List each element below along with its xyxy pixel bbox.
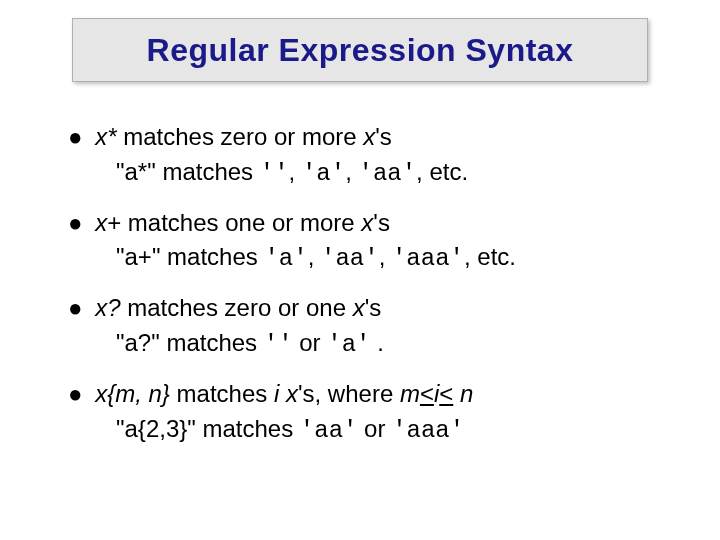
tail-text: 's: [375, 123, 392, 150]
bullet-item: ● x{m, n} matches i x's, where m<i< n "a…: [68, 377, 668, 449]
var-i: i: [274, 380, 286, 407]
matches-text: matches zero or one: [121, 294, 353, 321]
example-lead: "a*" matches: [116, 158, 260, 185]
code-literal: 'aaa': [392, 245, 464, 272]
bullet-line-1: ● x? matches zero or one x's: [68, 291, 668, 326]
operator: {m, n}: [107, 380, 170, 407]
bullet-icon: ●: [68, 380, 83, 407]
slide-title: Regular Expression Syntax: [147, 32, 574, 69]
bullet-icon: ●: [68, 123, 83, 150]
sep: or: [293, 329, 328, 356]
sep: ,: [464, 243, 477, 270]
code-literal: 'a': [327, 331, 370, 358]
bullet-item: ● x+ matches one or more x's "a+" matche…: [68, 206, 668, 278]
operator: ?: [107, 294, 120, 321]
bullet-line-1: ● x* matches zero or more x's: [68, 120, 668, 155]
operator: +: [107, 209, 121, 236]
bullet-line-1: ● x{m, n} matches i x's, where m<i< n: [68, 377, 668, 412]
mid-plain: 's, where: [298, 380, 400, 407]
bullet-line-2: "a?" matches '' or 'a' .: [116, 326, 668, 363]
code-literal: 'a': [264, 245, 307, 272]
bullet-icon: ●: [68, 209, 83, 236]
example-lead: "a{2,3}" matches: [116, 415, 300, 442]
sep: ,: [345, 158, 358, 185]
sep: ,: [416, 158, 429, 185]
sep: ,: [379, 243, 392, 270]
tail-text: 's: [373, 209, 390, 236]
bullet-item: ● x* matches zero or more x's "a*" match…: [68, 120, 668, 192]
code-literal: 'a': [302, 160, 345, 187]
var-x: x: [95, 123, 107, 150]
title-box: Regular Expression Syntax: [72, 18, 648, 82]
var-x: x: [353, 294, 365, 321]
bullet-line-1: ● x+ matches one or more x's: [68, 206, 668, 241]
matches-text: matches one or more: [121, 209, 361, 236]
example-tail: etc.: [429, 158, 468, 185]
le-operator: <: [420, 380, 434, 407]
tail-text: 's: [365, 294, 382, 321]
matches-text: matches: [170, 380, 274, 407]
sep: ,: [308, 243, 321, 270]
matches-text: matches zero or more: [117, 123, 364, 150]
code-literal: 'aaa': [392, 417, 464, 444]
content-area: ● x* matches zero or more x's "a*" match…: [68, 120, 668, 462]
code-literal: '': [264, 331, 293, 358]
var-x: x: [286, 380, 298, 407]
example-tail: .: [377, 329, 384, 356]
code-literal: 'aa': [300, 417, 358, 444]
bullet-line-2: "a+" matches 'a', 'aa', 'aaa', etc.: [116, 240, 668, 277]
example-lead: "a?" matches: [116, 329, 264, 356]
var-x: x: [95, 380, 107, 407]
code-literal: 'aa': [321, 245, 379, 272]
le-operator: <: [439, 380, 453, 407]
var-n: n: [453, 380, 473, 407]
var-x: x: [95, 209, 107, 236]
sep: ,: [289, 158, 302, 185]
code-literal: '': [260, 160, 289, 187]
bullet-line-2: "a{2,3}" matches 'aa' or 'aaa': [116, 412, 668, 449]
sep: or: [357, 415, 392, 442]
bullet-line-2: "a*" matches '', 'a', 'aa', etc.: [116, 155, 668, 192]
bullet-icon: ●: [68, 294, 83, 321]
var-m: m: [400, 380, 420, 407]
var-x: x: [361, 209, 373, 236]
example-tail: etc.: [477, 243, 516, 270]
slide: Regular Expression Syntax ● x* matches z…: [0, 0, 720, 540]
var-x: x: [363, 123, 375, 150]
code-literal: 'aa': [358, 160, 416, 187]
operator: *: [107, 123, 116, 150]
bullet-item: ● x? matches zero or one x's "a?" matche…: [68, 291, 668, 363]
example-lead: "a+" matches: [116, 243, 264, 270]
var-x: x: [95, 294, 107, 321]
